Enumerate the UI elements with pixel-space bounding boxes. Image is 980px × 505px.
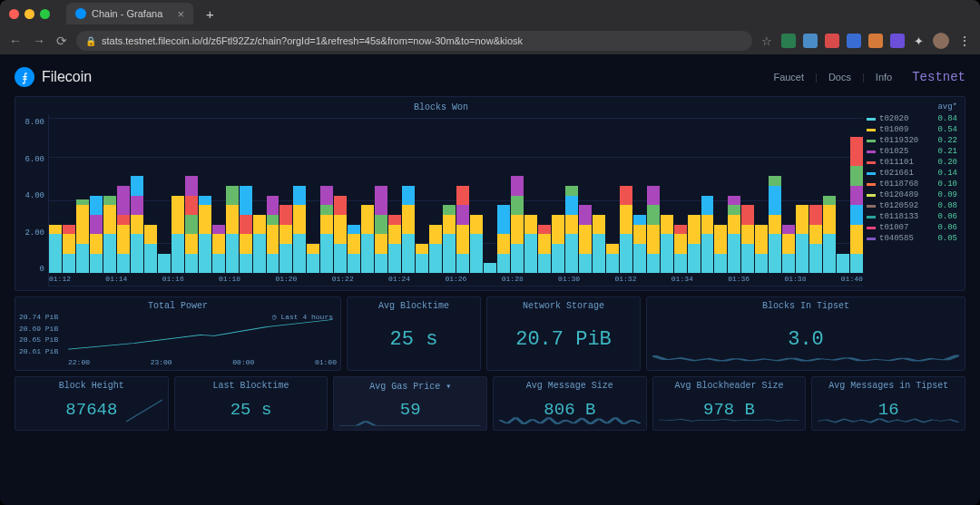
- bar-column[interactable]: [348, 118, 360, 273]
- bar-column[interactable]: [552, 118, 564, 273]
- nav-info[interactable]: Info: [868, 72, 899, 83]
- bar-column[interactable]: [470, 118, 483, 273]
- profile-avatar[interactable]: [933, 33, 949, 49]
- chart-plot[interactable]: 01:1201:1401:1601:1801:2001:2201:2401:26…: [48, 114, 863, 286]
- bar-column[interactable]: [538, 118, 551, 273]
- bar-column[interactable]: [144, 118, 157, 273]
- bar-column[interactable]: [728, 118, 740, 273]
- bar-column[interactable]: [253, 118, 266, 273]
- bar-column[interactable]: [620, 118, 632, 273]
- bar-column[interactable]: [565, 118, 578, 273]
- bar-column[interactable]: [76, 118, 89, 273]
- bar-column[interactable]: [172, 118, 184, 273]
- bookmark-star-icon[interactable]: ☆: [761, 34, 772, 48]
- bar-column[interactable]: [199, 118, 211, 273]
- back-button[interactable]: ←: [9, 34, 22, 48]
- bar-column[interactable]: [158, 118, 171, 273]
- bar-column[interactable]: [511, 118, 524, 273]
- bar-column[interactable]: [131, 118, 143, 273]
- bar-column[interactable]: [579, 118, 592, 273]
- legend-item[interactable]: t0111010.20: [867, 157, 957, 168]
- bar-column[interactable]: [240, 118, 252, 273]
- bar-column[interactable]: [429, 118, 442, 273]
- bar-column[interactable]: [769, 118, 781, 273]
- bar-column[interactable]: [782, 118, 795, 273]
- bar-column[interactable]: [755, 118, 768, 273]
- extension-icon[interactable]: [868, 34, 883, 48]
- bar-column[interactable]: [809, 118, 822, 273]
- bar-column[interactable]: [267, 118, 279, 273]
- legend-item[interactable]: t01193200.22: [867, 135, 957, 146]
- bar-column[interactable]: [402, 118, 415, 273]
- extension-icon[interactable]: [781, 34, 796, 48]
- bar-column[interactable]: [212, 118, 225, 273]
- bar-column[interactable]: [741, 118, 754, 273]
- legend-item[interactable]: t020200.84: [867, 113, 957, 124]
- bar-column[interactable]: [688, 118, 701, 273]
- window-minimize-button[interactable]: [24, 9, 34, 19]
- bar-column[interactable]: [837, 118, 849, 273]
- window-maximize-button[interactable]: [40, 9, 50, 19]
- bar-column[interactable]: [456, 118, 469, 273]
- nav-docs[interactable]: Docs: [821, 72, 858, 83]
- bar-column[interactable]: [334, 118, 347, 273]
- bar-column[interactable]: [796, 118, 808, 273]
- bar-column[interactable]: [375, 118, 387, 273]
- bar-column[interactable]: [226, 118, 239, 273]
- extension-icon[interactable]: [803, 34, 818, 48]
- bar-column[interactable]: [524, 118, 537, 273]
- legend-item[interactable]: t01204890.09: [867, 189, 957, 200]
- bar-column[interactable]: [307, 118, 319, 273]
- legend-item[interactable]: t0216610.14: [867, 168, 957, 179]
- bar-column[interactable]: [714, 118, 727, 273]
- legend-name: t0120592: [879, 201, 934, 210]
- bar-column[interactable]: [90, 118, 103, 273]
- bar-column[interactable]: [674, 118, 687, 273]
- bar-column[interactable]: [661, 118, 673, 273]
- reload-button[interactable]: ⟳: [56, 34, 67, 48]
- legend-item[interactable]: t010070.06: [867, 222, 957, 233]
- bar-column[interactable]: [484, 118, 496, 273]
- bar-column[interactable]: [416, 118, 428, 273]
- forward-button[interactable]: →: [33, 34, 45, 48]
- total-power-chart[interactable]: ◷ Last 4 hours 20.74 PiB20.69 PiB20.65 P…: [19, 313, 337, 366]
- bar-column[interactable]: [606, 118, 619, 273]
- bar-column[interactable]: [279, 118, 292, 273]
- bar-column[interactable]: [103, 118, 116, 273]
- legend-item[interactable]: t01187680.10: [867, 179, 957, 189]
- bar-column[interactable]: [850, 118, 863, 273]
- legend-item[interactable]: t010090.54: [867, 124, 957, 135]
- bar-column[interactable]: [293, 118, 306, 273]
- legend-item[interactable]: t0405850.05: [867, 233, 957, 244]
- bar-column[interactable]: [117, 118, 130, 273]
- bar-column[interactable]: [185, 118, 198, 273]
- nav-faucet[interactable]: Faucet: [766, 72, 811, 83]
- extensions-menu-icon[interactable]: ✦: [914, 34, 924, 48]
- bar-column[interactable]: [388, 118, 401, 273]
- filecoin-logo-icon: ⨎: [15, 67, 34, 87]
- bar-column[interactable]: [49, 118, 62, 273]
- new-tab-button[interactable]: +: [206, 6, 214, 22]
- tab-close-button[interactable]: ×: [177, 7, 184, 21]
- url-input[interactable]: 🔒 stats.testnet.filecoin.io/d/z6Ftl92Zz/…: [76, 31, 752, 51]
- extension-icon[interactable]: [825, 34, 839, 48]
- legend-item[interactable]: t01181330.06: [867, 211, 957, 222]
- extension-icon[interactable]: [890, 34, 905, 48]
- legend-item[interactable]: t010250.21: [867, 146, 957, 157]
- bar-column[interactable]: [593, 118, 605, 273]
- extension-icon[interactable]: [847, 34, 861, 48]
- bar-column[interactable]: [823, 118, 836, 273]
- panel-title[interactable]: Avg Gas Price ▾: [338, 381, 483, 393]
- bar-column[interactable]: [443, 118, 456, 273]
- window-close-button[interactable]: [9, 9, 19, 19]
- browser-menu-button[interactable]: ⋮: [958, 34, 971, 48]
- bar-column[interactable]: [320, 118, 333, 273]
- legend-item[interactable]: t01205920.08: [867, 200, 957, 211]
- bar-column[interactable]: [497, 118, 510, 273]
- bar-column[interactable]: [701, 118, 714, 273]
- bar-column[interactable]: [361, 118, 374, 273]
- bar-column[interactable]: [633, 118, 646, 273]
- browser-tab[interactable]: Chain - Grafana ×: [66, 3, 193, 24]
- bar-column[interactable]: [63, 118, 75, 273]
- bar-column[interactable]: [647, 118, 660, 273]
